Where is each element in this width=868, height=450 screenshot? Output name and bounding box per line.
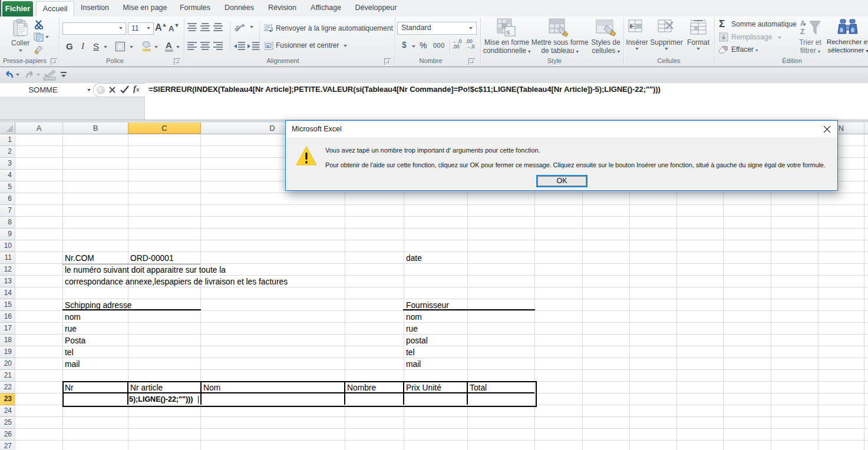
svg-text:ab: ab bbox=[235, 24, 241, 32]
svg-text:≤: ≤ bbox=[506, 28, 510, 35]
svg-text:Z: Z bbox=[800, 28, 804, 36]
svg-text:a: a bbox=[267, 44, 270, 49]
svg-text:A: A bbox=[800, 19, 806, 28]
